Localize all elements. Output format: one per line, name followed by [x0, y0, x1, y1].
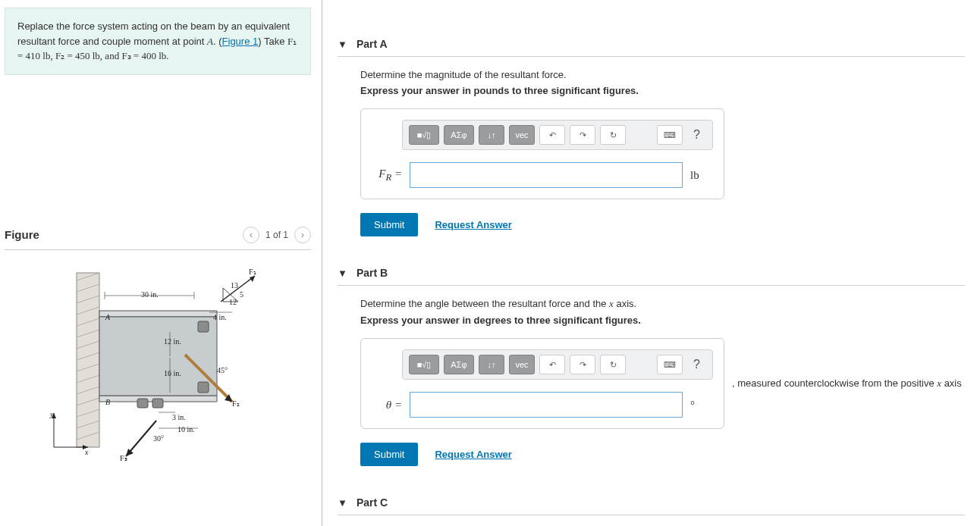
label-F2: F₂: [232, 399, 240, 408]
figure-prev-button[interactable]: ‹: [243, 227, 259, 243]
svg-rect-21: [137, 399, 148, 408]
svg-rect-20: [198, 382, 209, 393]
part-a-subprompt: Express your answer in pounds to three s…: [360, 85, 965, 96]
caret-down-icon: ▼: [338, 497, 347, 509]
label-F1: F₁: [249, 268, 256, 276]
dim-12in: 12 in.: [164, 337, 181, 346]
caret-down-icon: ▼: [338, 39, 347, 50]
keyboard-icon[interactable]: ⌨: [657, 125, 683, 145]
label-B: B: [105, 398, 110, 406]
axis-y: y: [49, 410, 54, 418]
svg-rect-22: [152, 399, 163, 408]
part-b-answer-box: ■√▯ ΑΣφ ↓↑ vec ↶ ↷ ↻ ⌨ ? θ = °: [360, 338, 724, 429]
label-F3: F₃: [120, 454, 127, 462]
part-c-title: Part C: [357, 496, 388, 509]
figure-next-button[interactable]: ›: [294, 227, 311, 243]
angle-30: 30°: [153, 434, 164, 443]
part-b-title: Part B: [357, 267, 388, 279]
dim-10in: 10 in.: [177, 425, 195, 434]
part-a-body: Determine the magnitude of the resultant…: [338, 57, 965, 236]
help-icon[interactable]: ?: [687, 358, 706, 371]
figure-page-indicator: 1 of 1: [265, 230, 288, 240]
part-b-submit-button[interactable]: Submit: [360, 443, 418, 466]
figure-diagram: A B F₁ F₂ F₃ 30 in. 4 in. 12 in. 16 in. …: [5, 265, 278, 462]
figure-link[interactable]: Figure 1: [222, 36, 259, 47]
dim-30in: 30 in.: [141, 290, 159, 299]
ratio-12: 12: [229, 298, 237, 306]
vec-button[interactable]: vec: [509, 125, 535, 145]
vec-button[interactable]: vec: [509, 355, 535, 374]
part-b-input[interactable]: [410, 392, 683, 418]
greek-button[interactable]: ΑΣφ: [444, 125, 474, 145]
help-icon[interactable]: ?: [687, 128, 706, 142]
part-a-header[interactable]: ▼ Part A: [338, 30, 965, 57]
point-A: A: [207, 36, 213, 47]
svg-rect-19: [198, 321, 209, 332]
undo-button[interactable]: ↶: [539, 355, 565, 374]
part-b-unit: °: [690, 399, 695, 412]
reset-button[interactable]: ↻: [600, 125, 626, 145]
equation-toolbar: ■√▯ ΑΣφ ↓↑ vec ↶ ↷ ↻ ⌨ ?: [402, 349, 713, 380]
undo-button[interactable]: ↶: [539, 125, 565, 145]
keyboard-icon[interactable]: ⌨: [657, 355, 683, 374]
part-c-header[interactable]: ▼ Part C: [338, 489, 965, 515]
figure-pager: ‹ 1 of 1 ›: [243, 227, 311, 243]
dim-16in: 16 in.: [164, 369, 181, 377]
subsup-button[interactable]: ↓↑: [479, 355, 504, 374]
svg-rect-0: [77, 273, 99, 447]
part-b-header[interactable]: ▼ Part B: [338, 259, 965, 286]
greek-button[interactable]: ΑΣφ: [444, 355, 474, 374]
part-b-body: Determine the angle between the resultan…: [338, 286, 965, 466]
part-a-request-answer-link[interactable]: Request Answer: [435, 219, 511, 230]
figure-heading: Figure: [5, 228, 39, 241]
svg-marker-16: [99, 311, 217, 317]
part-a-unit: lb: [690, 169, 699, 182]
caret-down-icon: ▼: [338, 268, 347, 279]
templates-button[interactable]: ■√▯: [409, 355, 439, 374]
part-a-submit-button[interactable]: Submit: [360, 213, 418, 236]
part-b-subprompt: Express your answer in degrees to three …: [360, 315, 965, 326]
part-a-input[interactable]: [410, 162, 683, 188]
part-b-request-answer-link[interactable]: Request Answer: [435, 449, 511, 460]
label-A: A: [105, 313, 111, 321]
part-a-prompt: Determine the magnitude of the resultant…: [360, 69, 965, 80]
dim-4in: 4 in.: [213, 313, 227, 321]
templates-button[interactable]: ■√▯: [409, 125, 439, 145]
equation-toolbar: ■√▯ ΑΣφ ↓↑ vec ↶ ↷ ↻ ⌨ ?: [402, 120, 713, 150]
redo-button[interactable]: ↷: [570, 125, 595, 145]
problem-statement: Replace the force system acting on the b…: [5, 8, 311, 75]
ratio-13: 13: [231, 281, 238, 290]
part-a-lhs: FR =: [372, 168, 402, 183]
ratio-5: 5: [240, 290, 243, 299]
part-a-title: Part A: [357, 38, 388, 50]
axis-x: x: [84, 448, 89, 456]
part-b-lhs: θ =: [372, 399, 402, 412]
dim-3in: 3 in.: [172, 413, 186, 421]
redo-button[interactable]: ↷: [570, 355, 595, 374]
subsup-button[interactable]: ↓↑: [479, 125, 504, 145]
angle-45: 45°: [217, 366, 228, 374]
part-a-answer-box: ■√▯ ΑΣφ ↓↑ vec ↶ ↷ ↻ ⌨ ? FR = lb: [360, 108, 724, 199]
part-b-suffix: , measured counterclockwise from the pos…: [732, 377, 962, 390]
reset-button[interactable]: ↻: [600, 355, 626, 374]
part-b-prompt: Determine the angle between the resultan…: [360, 298, 965, 310]
